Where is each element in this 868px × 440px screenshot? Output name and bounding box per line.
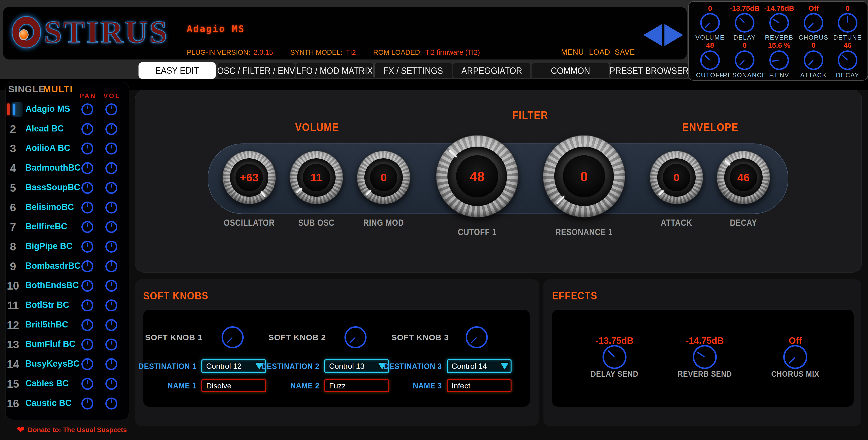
- destination-dropdown[interactable]: Control 14: [447, 360, 512, 373]
- patch-vol-knob[interactable]: [105, 221, 117, 233]
- effect-knob-delay-send[interactable]: [602, 345, 626, 369]
- tab-lfo-mod-matrix[interactable]: LFO / MOD MATRIX: [296, 63, 373, 78]
- load-button[interactable]: LOAD: [586, 47, 613, 58]
- patch-name[interactable]: BelisimoBC: [26, 202, 74, 212]
- patch-vol-knob[interactable]: [105, 280, 117, 292]
- knob-pointer: [107, 340, 116, 349]
- quick-knob-decay[interactable]: [838, 50, 858, 70]
- quick-knob-detune[interactable]: [838, 13, 858, 33]
- patch-vol-knob[interactable]: [105, 398, 117, 409]
- patch-vol-knob[interactable]: [105, 182, 117, 194]
- tab-multi[interactable]: MULTI: [43, 84, 73, 95]
- patch-pan-knob[interactable]: [82, 319, 93, 331]
- next-preset-arrow-icon[interactable]: [664, 24, 683, 46]
- patch-pan-knob[interactable]: [82, 358, 93, 370]
- patch-name[interactable]: BassSoupBC: [26, 182, 80, 193]
- quick-knob-label: DELAY: [733, 34, 756, 41]
- destination-dropdown[interactable]: Control 13: [324, 360, 389, 373]
- patch-vol-knob[interactable]: [105, 299, 117, 311]
- patch-pan-knob[interactable]: [82, 182, 93, 194]
- patch-name[interactable]: Alead BC: [26, 124, 64, 134]
- patch-name[interactable]: AoilioA BC: [26, 143, 70, 153]
- patch-name[interactable]: BusyKeysBC: [26, 359, 80, 369]
- quick-knob-cutoff[interactable]: [700, 50, 720, 70]
- patch-vol-knob[interactable]: [105, 339, 117, 350]
- tab-easy-edit[interactable]: EASY EDIT: [138, 62, 216, 79]
- effect-knob-reverb-send[interactable]: [693, 345, 717, 369]
- knob-label: ATTACK: [661, 218, 692, 228]
- name-input[interactable]: Disolve: [202, 379, 266, 392]
- patch-pan-knob[interactable]: [82, 378, 93, 390]
- quick-knob-attack[interactable]: [804, 50, 823, 70]
- tab-arpeggiator[interactable]: ARPEGGIATOR: [453, 63, 531, 78]
- destination-dropdown[interactable]: Control 12: [202, 360, 266, 373]
- quick-knob-resonance[interactable]: [735, 50, 754, 70]
- knob-ring-mod[interactable]: 0: [357, 151, 410, 204]
- patch-pan-knob[interactable]: [82, 241, 93, 252]
- section-title-filter: FILTER: [512, 109, 548, 122]
- quick-knob-delay[interactable]: [735, 13, 754, 33]
- patch-name[interactable]: Cables BC: [26, 378, 69, 388]
- tab-osc-filter-env[interactable]: OSC / FILTER / ENV: [217, 63, 295, 78]
- patch-name[interactable]: BotlStr BC: [26, 300, 69, 310]
- knob-attack[interactable]: 0: [650, 151, 703, 204]
- tab-common[interactable]: COMMON: [532, 63, 610, 78]
- soft-knob-2[interactable]: [344, 326, 367, 348]
- patch-vol-knob[interactable]: [105, 241, 117, 252]
- patch-pan-knob[interactable]: [82, 260, 93, 272]
- soft-knob-3[interactable]: [466, 326, 488, 348]
- patch-pan-knob[interactable]: [82, 299, 93, 311]
- knob-sub-osc[interactable]: 11: [290, 151, 343, 204]
- patch-pan-knob[interactable]: [82, 103, 93, 115]
- patch-vol-knob[interactable]: [105, 260, 117, 272]
- menu-button[interactable]: MENU: [559, 47, 586, 58]
- tab-label: EASY EDIT: [155, 66, 199, 76]
- patch-pan-knob[interactable]: [82, 398, 93, 409]
- patch-pan-knob[interactable]: [82, 123, 93, 135]
- knob-decay[interactable]: 46: [717, 151, 770, 204]
- patch-vol-knob[interactable]: [105, 162, 117, 174]
- quick-knob-reverb[interactable]: [769, 13, 789, 33]
- patch-vol-knob[interactable]: [105, 319, 117, 331]
- patch-name[interactable]: Britl5thBC: [26, 319, 68, 330]
- patch-pan-knob[interactable]: [82, 339, 93, 350]
- patch-name[interactable]: BigPipe BC: [26, 241, 72, 251]
- knob-pointer: [770, 50, 788, 70]
- patch-name[interactable]: Caustic BC: [26, 398, 71, 408]
- knob-resonance-1[interactable]: 0: [543, 136, 625, 217]
- patch-pan-knob[interactable]: [82, 202, 93, 213]
- knob-oscillator[interactable]: +63: [223, 151, 276, 204]
- knob-pointer: [107, 164, 116, 173]
- patch-name[interactable]: Adagio MS: [26, 104, 70, 114]
- soft-knob-1[interactable]: [222, 326, 244, 348]
- tab-single[interactable]: SINGLE: [8, 84, 45, 95]
- patch-vol-knob[interactable]: [105, 202, 117, 213]
- previous-preset-arrow-icon[interactable]: [643, 24, 662, 46]
- effect-knob-chorus-mix[interactable]: [783, 345, 807, 369]
- tab-fx-settings[interactable]: FX / SETTINGS: [374, 63, 452, 78]
- patch-pan-knob[interactable]: [82, 221, 93, 233]
- patch-vol-knob[interactable]: [105, 358, 117, 370]
- patch-name[interactable]: BellfireBC: [26, 222, 67, 232]
- quick-knob-chorus[interactable]: [804, 13, 823, 33]
- name-input[interactable]: Infect: [447, 379, 512, 392]
- donate-link[interactable]: Donate to: The Usual Suspects: [28, 426, 127, 434]
- patch-vol-knob[interactable]: [105, 142, 117, 155]
- patch-vol-knob[interactable]: [105, 103, 117, 115]
- patch-name[interactable]: BumFluf BC: [26, 339, 75, 349]
- patch-pan-knob[interactable]: [82, 142, 93, 155]
- patch-name[interactable]: BombasdrBC: [26, 261, 81, 271]
- tab-preset-browser[interactable]: PRESET BROWSER: [610, 63, 688, 78]
- name-input[interactable]: Fuzz: [324, 379, 389, 392]
- rom-loaded-value: Ti2 firmware (TI2): [425, 48, 480, 56]
- save-button[interactable]: SAVE: [612, 47, 638, 58]
- quick-knob-f-env[interactable]: [769, 50, 789, 70]
- patch-name[interactable]: BadmouthBC: [26, 163, 81, 173]
- patch-vol-knob[interactable]: [105, 123, 117, 135]
- patch-pan-knob[interactable]: [82, 162, 93, 174]
- knob-cutoff-1[interactable]: 48: [436, 136, 518, 217]
- patch-pan-knob[interactable]: [82, 280, 93, 292]
- quick-knob-volume[interactable]: [700, 13, 720, 33]
- patch-vol-knob[interactable]: [105, 378, 117, 390]
- patch-name[interactable]: BothEndsBC: [26, 280, 79, 290]
